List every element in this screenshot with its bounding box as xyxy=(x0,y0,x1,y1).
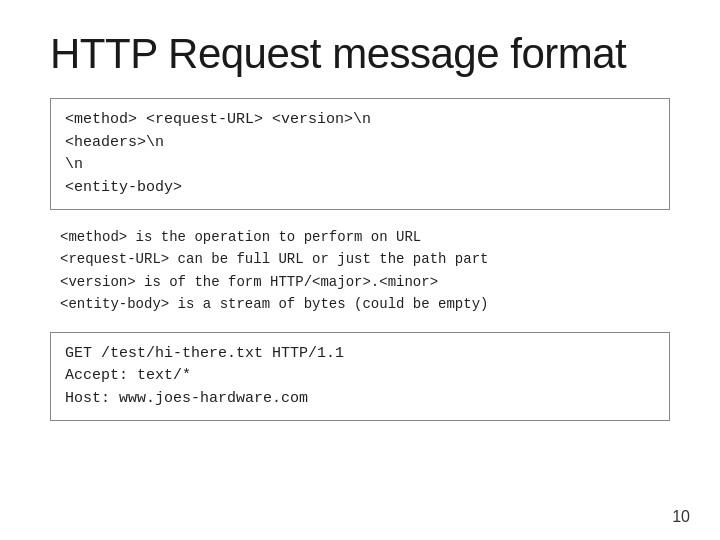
desc-line-2: <request-URL> can be full URL or just th… xyxy=(60,248,660,270)
page-title: HTTP Request message format xyxy=(0,0,720,98)
format-line-2: <headers>\n xyxy=(65,132,655,155)
description-block: <method> is the operation to perform on … xyxy=(60,226,660,316)
format-line-3: \n xyxy=(65,154,655,177)
page-number: 10 xyxy=(672,508,690,526)
example-line-2: Accept: text/* xyxy=(65,365,655,388)
desc-line-3: <version> is of the form HTTP/<major>.<m… xyxy=(60,271,660,293)
format-code-box: <method> <request-URL> <version>\n <head… xyxy=(50,98,670,210)
desc-line-1: <method> is the operation to perform on … xyxy=(60,226,660,248)
desc-line-4: <entity-body> is a stream of bytes (coul… xyxy=(60,293,660,315)
example-line-3: Host: www.joes-hardware.com xyxy=(65,388,655,411)
example-code-box: GET /test/hi-there.txt HTTP/1.1 Accept: … xyxy=(50,332,670,422)
format-line-1: <method> <request-URL> <version>\n xyxy=(65,109,655,132)
example-line-1: GET /test/hi-there.txt HTTP/1.1 xyxy=(65,343,655,366)
format-line-4: <entity-body> xyxy=(65,177,655,200)
